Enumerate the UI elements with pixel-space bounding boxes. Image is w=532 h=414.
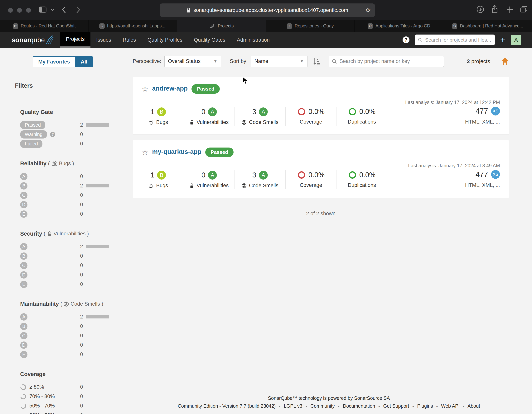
back-button[interactable] [62, 6, 66, 13]
coverage-value[interactable]: 0.0% [308, 108, 324, 116]
count-bar [86, 123, 109, 127]
global-search[interactable] [415, 35, 495, 45]
reload-icon[interactable]: ⟳ [366, 7, 371, 14]
project-name-link[interactable]: andrew-app [152, 85, 188, 93]
tab-projects-active[interactable]: Projects [177, 20, 266, 32]
sort-by-label: Sort by: [230, 58, 248, 64]
rating-row-e[interactable]: E0 [20, 350, 110, 359]
duplications-value[interactable]: 0.0% [359, 171, 375, 179]
footer-link-documentation[interactable]: Documentation [343, 403, 375, 409]
perspective-select[interactable]: Overall Status ▼ [164, 56, 221, 67]
sort-direction-icon[interactable] [313, 57, 320, 65]
user-avatar[interactable]: A [511, 35, 521, 45]
filter-count: 0 [72, 174, 83, 179]
footer-link-plugins[interactable]: Plugins [417, 403, 433, 409]
tab-oauth-openshift[interactable]: O https://oauth-openshift.apps.... [89, 20, 178, 32]
vulnerabilities-count[interactable]: 0 [201, 171, 206, 179]
duplications-value[interactable]: 0.0% [359, 108, 375, 116]
nav-item-quality-gates[interactable]: Quality Gates [188, 32, 231, 48]
main-menu: Projects Issues Rules Quality Profiles Q… [60, 32, 276, 48]
bugs-rating[interactable]: B [157, 171, 166, 180]
footer-link-get-support[interactable]: Get Support [383, 403, 409, 409]
bugs-count[interactable]: 1 [151, 171, 155, 179]
vulnerabilities-rating[interactable]: A [208, 107, 217, 116]
url-text: sonarqube-sonarqube.apps.cluster-vpplr.s… [193, 7, 348, 13]
address-bar[interactable]: sonarqube-sonarqube.apps.cluster-vpplr.s… [160, 3, 375, 17]
footer-link-lgpl[interactable]: LGPL v3 [284, 403, 302, 409]
nav-item-projects[interactable]: Projects [60, 32, 90, 48]
bugs-rating[interactable]: B [157, 107, 166, 116]
footer-link-web-api[interactable]: Web API [441, 403, 460, 409]
nav-item-rules[interactable]: Rules [117, 32, 142, 48]
passed-pill[interactable]: Passed [20, 121, 45, 129]
favorite-star-icon[interactable]: ☆ [142, 149, 148, 156]
filter-row-passed[interactable]: Passed 2 [20, 120, 110, 130]
bugs-count[interactable]: 1 [151, 108, 155, 116]
forward-button[interactable] [76, 6, 80, 13]
project-search[interactable] [329, 56, 444, 67]
coverage-value[interactable]: 0.0% [308, 171, 324, 179]
favorite-star-icon[interactable]: ☆ [142, 85, 148, 93]
coverage-row-70-80[interactable]: 70% - 80% 0 [20, 392, 110, 401]
coverage-row-50-70[interactable]: 50% - 70% 0 [20, 401, 110, 411]
new-tab-icon[interactable] [506, 6, 513, 13]
rating-row-b[interactable]: B2 [20, 181, 110, 191]
all-button[interactable]: All [75, 57, 93, 67]
tab-repositories-quay[interactable]: « Repositories · Quay [266, 20, 355, 32]
footer-sonarsource-link[interactable]: SonarSource SA [354, 396, 390, 401]
footer-link-about[interactable]: About [467, 403, 480, 409]
minimize-window-button[interactable] [17, 8, 22, 13]
my-favorites-button[interactable]: My Favorites [33, 57, 75, 67]
code-smells-rating[interactable]: A [259, 171, 268, 180]
add-project-button[interactable]: + [500, 35, 505, 45]
nav-item-administration[interactable]: Administration [231, 32, 276, 48]
rating-row-d[interactable]: D0 [20, 200, 110, 209]
sort-select[interactable]: Name ▼ [251, 56, 307, 67]
help-icon[interactable]: ? [403, 37, 409, 43]
share-icon[interactable] [491, 5, 499, 14]
code-smells-rating[interactable]: A [259, 107, 268, 116]
footer-link-community[interactable]: Community [310, 403, 334, 409]
nav-item-issues[interactable]: Issues [90, 32, 117, 48]
rating-row-b[interactable]: B0 [20, 251, 110, 261]
tab-label: Routes · Red Hat OpenShift [21, 23, 76, 28]
vulnerabilities-rating[interactable]: A [208, 171, 217, 180]
sidebar-toggle-icon[interactable] [38, 6, 47, 13]
code-smells-count[interactable]: 3 [252, 171, 256, 179]
project-search-input[interactable] [339, 58, 441, 64]
tab-overview-icon[interactable] [520, 5, 528, 13]
coverage-row-80plus[interactable]: ≥ 80% 0 [20, 382, 110, 392]
coverage-row-30-50[interactable]: 30% - 50% 0 [20, 411, 110, 414]
rating-row-c[interactable]: C0 [20, 261, 110, 270]
sonarqube-logo[interactable]: sonarqube [0, 32, 60, 48]
tab-routes-openshift[interactable]: ⟳ Routes · Red Hat OpenShift [0, 20, 89, 32]
close-window-button[interactable] [8, 8, 13, 13]
rating-row-e[interactable]: E0 [20, 209, 110, 219]
project-name-link[interactable]: my-quarkus-app [152, 148, 201, 156]
vulnerabilities-count[interactable]: 0 [201, 108, 206, 116]
rating-row-d[interactable]: D0 [20, 340, 110, 350]
filter-row-failed[interactable]: Failed 0 [20, 139, 110, 148]
chevron-down-icon[interactable] [50, 8, 55, 11]
global-search-input[interactable] [425, 37, 492, 43]
nav-item-quality-profiles[interactable]: Quality Profiles [142, 32, 188, 48]
window-controls[interactable] [8, 8, 31, 13]
filter-row-warning[interactable]: Warning ? 0 [20, 130, 110, 139]
tab-acm-dashboard[interactable]: O Dashboard | Red Hat Advance... [443, 20, 532, 32]
downloads-icon[interactable] [476, 5, 484, 13]
zoom-window-button[interactable] [26, 8, 31, 13]
rating-row-d[interactable]: D0 [20, 270, 110, 279]
rating-row-a[interactable]: A2 [20, 242, 110, 251]
code-smells-count[interactable]: 3 [252, 108, 256, 116]
rating-row-e[interactable]: E0 [20, 279, 110, 289]
help-icon[interactable]: ? [50, 132, 55, 137]
warning-pill[interactable]: Warning [20, 130, 47, 138]
tab-argo-cd[interactable]: O Applications Tiles - Argo CD [355, 20, 444, 32]
home-icon[interactable] [501, 57, 509, 66]
failed-pill[interactable]: Failed [20, 140, 42, 148]
rating-row-c[interactable]: C0 [20, 331, 110, 340]
rating-row-a[interactable]: A0 [20, 172, 110, 181]
rating-row-a[interactable]: A2 [20, 312, 110, 322]
rating-row-b[interactable]: B0 [20, 322, 110, 331]
rating-row-c[interactable]: C0 [20, 191, 110, 200]
